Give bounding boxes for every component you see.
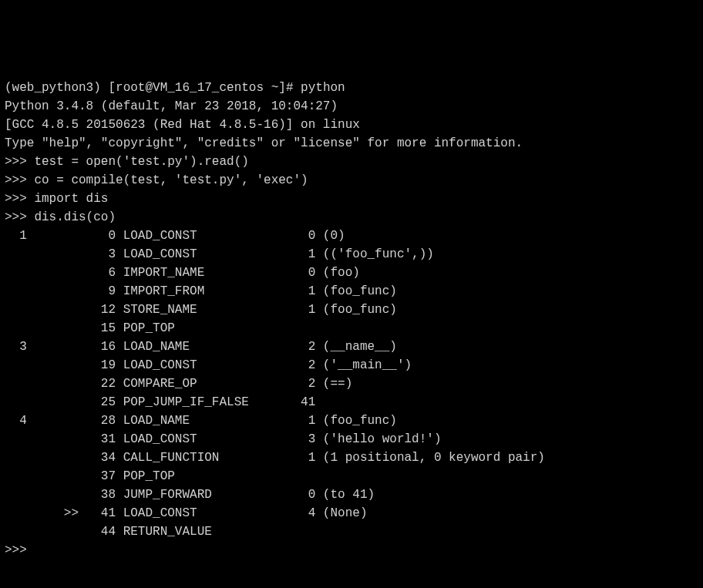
dis-output-line: 6 IMPORT_NAME 0 (foo) xyxy=(5,264,698,282)
command-text: python xyxy=(301,81,345,95)
dis-output-line: 34 CALL_FUNCTION 1 (1 positional, 0 keyw… xyxy=(5,449,698,467)
dis-output-line: 3 16 LOAD_NAME 2 (__name__) xyxy=(5,338,698,356)
dis-output-line: 9 IMPORT_FROM 1 (foo_func) xyxy=(5,282,698,301)
dis-output-line: 4 28 LOAD_NAME 1 (foo_func) xyxy=(5,412,698,430)
user-host-path: [root@VM_16_17_centos ~]# xyxy=(108,81,293,95)
repl-line: >>> test = open('test.py').read() xyxy=(5,153,698,171)
dis-output-line: 15 POP_TOP xyxy=(5,319,698,338)
dis-output-line: 3 LOAD_CONST 1 (('foo_func',)) xyxy=(5,245,698,264)
dis-output-line: 12 STORE_NAME 1 (foo_func) xyxy=(5,301,698,319)
shell-prompt-line: (web_python3) [root@VM_16_17_centos ~]# … xyxy=(5,79,698,97)
python-banner-compiler: [GCC 4.8.5 20150623 (Red Hat 4.8.5-16)] … xyxy=(5,116,698,134)
virtualenv-name: (web_python3) xyxy=(5,81,101,95)
python-banner-help: Type "help", "copyright", "credits" or "… xyxy=(5,134,698,153)
dis-output-line: 44 RETURN_VALUE xyxy=(5,522,698,541)
repl-line: >>> import dis xyxy=(5,190,698,208)
python-banner-version: Python 3.4.8 (default, Mar 23 2018, 10:0… xyxy=(5,97,698,116)
repl-line: >>> dis.dis(co) xyxy=(5,208,698,227)
dis-output-line: 31 LOAD_CONST 3 ('hello world!') xyxy=(5,430,698,449)
dis-output-line: 25 POP_JUMP_IF_FALSE 41 xyxy=(5,393,698,412)
repl-prompt[interactable]: >>> xyxy=(5,541,698,559)
dis-output-line: 38 JUMP_FORWARD 0 (to 41) xyxy=(5,486,698,504)
dis-output-line: 22 COMPARE_OP 2 (==) xyxy=(5,375,698,393)
terminal-window[interactable]: (web_python3) [root@VM_16_17_centos ~]# … xyxy=(5,79,698,559)
dis-output-line: >> 41 LOAD_CONST 4 (None) xyxy=(5,504,698,522)
dis-output-line: 37 POP_TOP xyxy=(5,467,698,486)
dis-output-line: 1 0 LOAD_CONST 0 (0) xyxy=(5,227,698,245)
repl-line: >>> co = compile(test, 'test.py', 'exec'… xyxy=(5,171,698,190)
dis-output-line: 19 LOAD_CONST 2 ('__main__') xyxy=(5,356,698,375)
